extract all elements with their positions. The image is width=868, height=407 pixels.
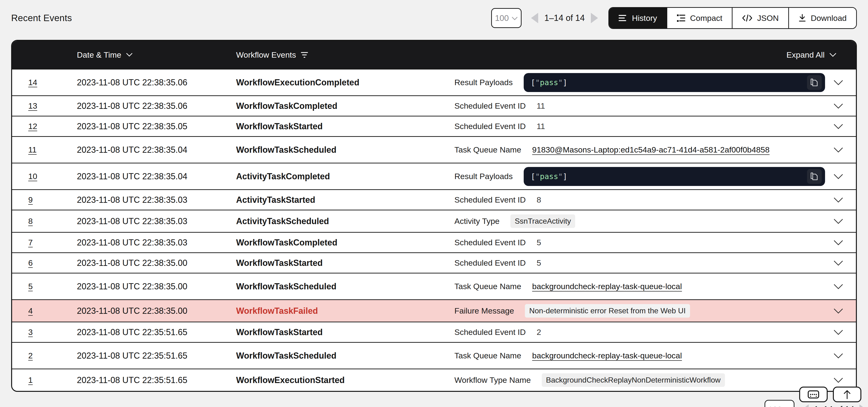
event-row[interactable]: 72023-11-08 UTC 22:38:35.03WorkflowTaskC… bbox=[12, 232, 856, 252]
detail-label: Result Payloads bbox=[455, 78, 513, 87]
event-id-link[interactable]: 1 bbox=[28, 375, 77, 385]
expand-row-button[interactable] bbox=[833, 80, 843, 85]
chevron-down-icon bbox=[833, 308, 843, 314]
topbar: Recent Events 100 1–14 of 14 History Com… bbox=[11, 0, 857, 36]
sort-chevron-down-icon bbox=[126, 53, 133, 57]
detail-value: 5 bbox=[537, 258, 541, 268]
tab-history[interactable]: History bbox=[609, 8, 666, 28]
event-detail: Result Payloads["pass"] bbox=[455, 73, 833, 92]
event-timestamp: 2023-11-08 UTC 22:38:35.03 bbox=[77, 195, 236, 205]
expand-row-button[interactable] bbox=[833, 377, 843, 383]
expand-all-button[interactable]: Expand All bbox=[786, 50, 836, 60]
event-type-label: ActivityTaskScheduled bbox=[236, 216, 455, 226]
chevron-down-icon bbox=[512, 17, 518, 21]
event-row[interactable]: 82023-11-08 UTC 22:38:35.03ActivityTaskS… bbox=[12, 210, 856, 232]
event-row[interactable]: 22023-11-08 UTC 22:35:51.65WorkflowTaskS… bbox=[12, 342, 856, 369]
event-id-link[interactable]: 3 bbox=[28, 327, 77, 337]
expand-row-button[interactable] bbox=[833, 284, 843, 289]
filter-icon[interactable] bbox=[301, 51, 308, 58]
column-date-time[interactable]: Date & Time bbox=[77, 50, 133, 60]
event-id-link[interactable]: 6 bbox=[28, 258, 77, 268]
expand-row-button[interactable] bbox=[833, 124, 843, 129]
copy-icon bbox=[810, 78, 818, 87]
detail-label: Result Payloads bbox=[455, 172, 513, 181]
event-row[interactable]: 122023-11-08 UTC 22:38:35.05WorkflowTask… bbox=[12, 116, 856, 136]
event-timestamp: 2023-11-08 UTC 22:38:35.03 bbox=[77, 216, 236, 226]
tab-label: Compact bbox=[690, 13, 722, 23]
event-row[interactable]: 112023-11-08 UTC 22:38:35.04WorkflowTask… bbox=[12, 136, 856, 163]
detail-label: Task Queue Name bbox=[455, 282, 521, 291]
event-id-link[interactable]: 13 bbox=[28, 101, 77, 111]
event-row[interactable]: 92023-11-08 UTC 22:38:35.03ActivityTaskS… bbox=[12, 189, 856, 210]
tab-json[interactable]: JSON bbox=[732, 8, 788, 28]
expand-row-button[interactable] bbox=[833, 240, 843, 246]
event-id-link[interactable]: 2 bbox=[28, 351, 77, 360]
tab-label: Download bbox=[811, 13, 847, 23]
event-id-link[interactable]: 7 bbox=[28, 238, 77, 247]
event-id-link[interactable]: 10 bbox=[28, 172, 77, 181]
per-page-select[interactable]: 100 bbox=[491, 8, 522, 28]
keyboard-icon bbox=[808, 390, 819, 399]
event-row[interactable]: 52023-11-08 UTC 22:38:35.00WorkflowTaskS… bbox=[12, 273, 856, 299]
chevron-down-icon bbox=[833, 330, 843, 335]
tab-compact[interactable]: Compact bbox=[666, 8, 732, 28]
expand-row-button[interactable] bbox=[833, 147, 843, 153]
expand-row-button[interactable] bbox=[833, 353, 843, 358]
per-page-select-bottom[interactable]: 100 bbox=[765, 400, 795, 407]
detail-label: Scheduled Event ID bbox=[455, 258, 526, 268]
event-id-link[interactable]: 14 bbox=[28, 78, 77, 87]
detail-badge: SsnTraceActivity bbox=[510, 214, 575, 228]
detail-link[interactable]: backgroundcheck-replay-task-queue-local bbox=[532, 282, 682, 291]
expand-row-button[interactable] bbox=[833, 308, 843, 314]
expand-row-button[interactable] bbox=[833, 218, 843, 224]
event-rows: 142023-11-08 UTC 22:38:35.06WorkflowExec… bbox=[12, 69, 856, 391]
event-row[interactable]: 102023-11-08 UTC 22:38:35.04ActivityTask… bbox=[12, 163, 856, 189]
prev-page-icon[interactable] bbox=[802, 404, 809, 407]
event-id-link[interactable]: 5 bbox=[28, 282, 77, 291]
download-button[interactable]: Download bbox=[788, 8, 856, 28]
per-page-value: 100 bbox=[495, 13, 509, 23]
payload-token: ] bbox=[563, 172, 567, 181]
event-row[interactable]: 142023-11-08 UTC 22:38:35.06WorkflowExec… bbox=[12, 69, 856, 95]
event-type-label: WorkflowTaskStarted bbox=[236, 121, 455, 131]
payload-token: pass bbox=[540, 78, 558, 87]
event-type-label: WorkflowExecutionStarted bbox=[236, 375, 455, 385]
copy-icon bbox=[810, 172, 818, 181]
next-page-icon[interactable] bbox=[591, 13, 598, 23]
event-detail: Scheduled Event ID11 bbox=[455, 122, 833, 131]
event-timestamp: 2023-11-08 UTC 22:38:35.06 bbox=[77, 77, 236, 88]
event-type-label: WorkflowTaskFailed bbox=[236, 306, 455, 316]
event-timestamp: 2023-11-08 UTC 22:38:35.06 bbox=[77, 101, 236, 111]
expand-row-button[interactable] bbox=[833, 197, 843, 203]
expand-row-button[interactable] bbox=[833, 103, 843, 109]
event-id-link[interactable]: 8 bbox=[28, 217, 77, 226]
detail-link[interactable]: backgroundcheck-replay-task-queue-local bbox=[532, 351, 682, 360]
expand-row-button[interactable] bbox=[833, 260, 843, 266]
event-row[interactable]: 62023-11-08 UTC 22:38:35.00WorkflowTaskS… bbox=[12, 252, 856, 273]
expand-row-button[interactable] bbox=[833, 174, 843, 179]
event-detail: Task Queue Name91830@Masons-Laptop:ed1c5… bbox=[455, 145, 833, 154]
detail-label: Scheduled Event ID bbox=[455, 195, 526, 205]
next-page-icon[interactable] bbox=[860, 404, 867, 407]
event-row[interactable]: 32023-11-08 UTC 22:35:51.65WorkflowTaskS… bbox=[12, 322, 856, 342]
event-detail: Scheduled Event ID5 bbox=[455, 258, 833, 268]
prev-page-icon[interactable] bbox=[531, 13, 538, 23]
copy-button[interactable] bbox=[807, 75, 822, 90]
event-row[interactable]: 132023-11-08 UTC 22:38:35.06WorkflowTask… bbox=[12, 95, 856, 116]
event-id-link[interactable]: 12 bbox=[28, 122, 77, 131]
chevron-down-icon bbox=[833, 124, 843, 129]
event-id-link[interactable]: 9 bbox=[28, 195, 77, 205]
copy-button[interactable] bbox=[807, 169, 822, 184]
event-row[interactable]: 12023-11-08 UTC 22:35:51.65WorkflowExecu… bbox=[12, 369, 856, 391]
detail-link[interactable]: 91830@Masons-Laptop:ed1c54a9-ac71-41d4-a… bbox=[532, 145, 770, 154]
event-id-link[interactable]: 4 bbox=[28, 306, 77, 315]
column-workflow-events: Workflow Events bbox=[236, 50, 308, 60]
detail-label: Failure Message bbox=[455, 306, 514, 315]
event-id-link[interactable]: 11 bbox=[28, 145, 77, 154]
expand-row-button[interactable] bbox=[833, 330, 843, 335]
detail-label: Scheduled Event ID bbox=[455, 238, 526, 247]
arrow-up-icon bbox=[843, 390, 851, 399]
pagination-range: 1–14 of 14 bbox=[544, 13, 585, 23]
event-row[interactable]: 42023-11-08 UTC 22:38:35.00WorkflowTaskF… bbox=[12, 299, 856, 322]
payload-token: ] bbox=[563, 78, 567, 87]
